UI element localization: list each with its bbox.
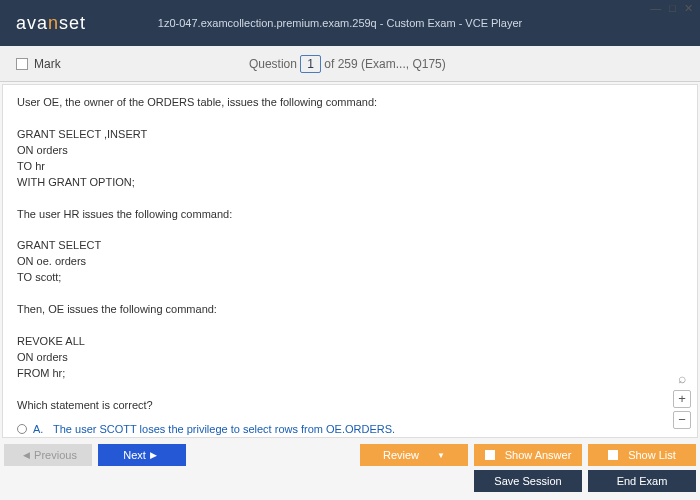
question-text: User OE, the owner of the ORDERS table, … xyxy=(17,95,683,414)
previous-label: Previous xyxy=(34,449,77,461)
toolbar: Mark Question 1 of 259 (Exam..., Q175) xyxy=(0,46,700,82)
show-list-label: Show List xyxy=(628,449,676,461)
logo-n: n xyxy=(48,13,59,33)
option-a[interactable]: A. The user SCOTT loses the privilege to… xyxy=(17,422,683,438)
logo-pre: ava xyxy=(16,13,48,33)
mark-label: Mark xyxy=(34,57,61,71)
minimize-icon[interactable]: — xyxy=(647,2,664,15)
question-total: of 259 (Exam..., Q175) xyxy=(324,57,445,71)
maximize-icon[interactable]: □ xyxy=(666,2,679,15)
question-indicator: Question 1 of 259 (Exam..., Q175) xyxy=(61,57,634,71)
header: avanset 1z0-047.examcollection.premium.e… xyxy=(0,0,700,46)
previous-button[interactable]: ◀ Previous xyxy=(4,444,92,466)
question-number: 1 xyxy=(300,55,321,73)
save-session-button[interactable]: Save Session xyxy=(474,470,582,492)
question-word: Question xyxy=(249,57,297,71)
close-icon[interactable]: ✕ xyxy=(681,2,696,15)
next-button[interactable]: Next ▶ xyxy=(98,444,186,466)
show-answer-check xyxy=(485,450,495,460)
show-list-check xyxy=(608,450,618,460)
review-button[interactable]: Review ▼ xyxy=(360,444,468,466)
logo: avanset xyxy=(16,13,86,34)
next-label: Next xyxy=(123,449,146,461)
options-list: A. The user SCOTT loses the privilege to… xyxy=(17,422,683,438)
radio-icon[interactable] xyxy=(17,424,27,434)
option-letter: A. xyxy=(33,422,47,438)
window-title: 1z0-047.examcollection.premium.exam.259q… xyxy=(86,17,594,29)
show-list-button[interactable]: Show List xyxy=(588,444,696,466)
option-text: The user SCOTT loses the privilege to se… xyxy=(53,422,395,438)
question-content: User OE, the owner of the ORDERS table, … xyxy=(2,84,698,438)
review-label: Review xyxy=(383,449,419,461)
footer: ◀ Previous Next ▶ Review ▼ Show Answer S… xyxy=(0,438,700,498)
zoom-controls: ⌕ + − xyxy=(673,369,691,429)
mark-checkbox[interactable] xyxy=(16,58,28,70)
end-exam-button[interactable]: End Exam xyxy=(588,470,696,492)
zoom-out-button[interactable]: − xyxy=(673,411,691,429)
mark-checkbox-wrap[interactable]: Mark xyxy=(16,57,61,71)
chevron-down-icon: ▼ xyxy=(437,451,445,460)
logo-post: set xyxy=(59,13,86,33)
chevron-left-icon: ◀ xyxy=(23,450,30,460)
show-answer-button[interactable]: Show Answer xyxy=(474,444,582,466)
zoom-in-button[interactable]: + xyxy=(673,390,691,408)
chevron-right-icon: ▶ xyxy=(150,450,157,460)
show-answer-label: Show Answer xyxy=(505,449,572,461)
magnify-icon[interactable]: ⌕ xyxy=(673,369,691,387)
